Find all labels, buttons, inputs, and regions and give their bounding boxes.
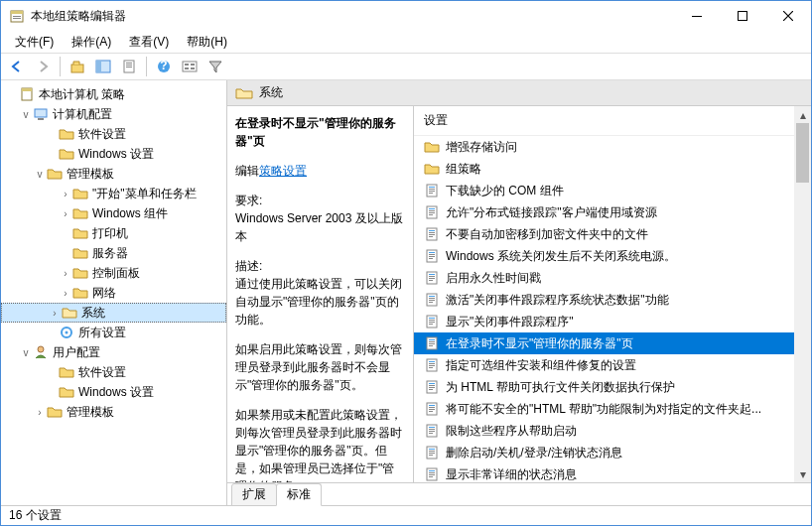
forward-button[interactable] — [31, 55, 55, 78]
close-button[interactable] — [765, 1, 811, 31]
list-row[interactable]: 显示非常详细的状态消息 — [414, 463, 811, 482]
tree-computer-config[interactable]: v 计算机配置 — [1, 104, 226, 124]
tree-expand-icon[interactable]: › — [48, 308, 62, 319]
edit-prefix: 编辑 — [235, 164, 259, 178]
list-item-label: 删除启动/关机/登录/注销状态消息 — [446, 445, 622, 461]
menu-help[interactable]: 帮助(H) — [179, 32, 235, 53]
tree-item[interactable]: 软件设置 — [1, 362, 226, 382]
tree-all-settings[interactable]: 所有设置 — [1, 323, 226, 342]
scroll-down-icon[interactable]: ▾ — [794, 465, 811, 482]
menu-action[interactable]: 操作(A) — [64, 32, 119, 53]
svg-rect-39 — [429, 232, 435, 233]
tree-pane[interactable]: 本地计算机 策略 v 计算机配置 软件设置 Windows 设置 v 管理模板 … — [1, 80, 227, 505]
tree-expand-icon[interactable]: › — [59, 288, 72, 299]
list-row[interactable]: 允许"分布式链接跟踪"客户端使用域资源 — [414, 201, 811, 223]
properties-button[interactable] — [117, 55, 141, 78]
list-row[interactable]: 启用永久性时间戳 — [414, 267, 811, 289]
options-button[interactable] — [178, 55, 202, 78]
tree-root[interactable]: 本地计算机 策略 — [1, 84, 226, 104]
menu-view[interactable]: 查看(V) — [121, 32, 177, 53]
setting-icon — [424, 292, 440, 308]
tree-collapse-icon[interactable]: v — [19, 347, 33, 358]
setting-icon — [424, 357, 440, 373]
edit-policy-link[interactable]: 策略设置 — [259, 164, 307, 178]
tab-standard[interactable]: 标准 — [276, 483, 322, 506]
tree-expand-icon[interactable]: › — [33, 407, 47, 418]
svg-rect-86 — [429, 433, 433, 434]
settings-list[interactable]: 增强存储访问组策略下载缺少的 COM 组件允许"分布式链接跟踪"客户端使用域资源… — [414, 136, 811, 482]
list-row[interactable]: 下载缺少的 COM 组件 — [414, 180, 811, 201]
tree-expand-icon[interactable]: › — [59, 189, 72, 199]
tree-item[interactable]: Windows 设置 — [1, 382, 226, 402]
minimize-button[interactable] — [674, 1, 720, 31]
tree-label: 软件设置 — [78, 364, 126, 381]
list-row[interactable]: 删除启动/关机/登录/注销状态消息 — [414, 442, 811, 463]
list-column-header[interactable]: 设置 — [414, 106, 811, 136]
list-row[interactable]: 激活"关闭事件跟踪程序系统状态数据"功能 — [414, 289, 811, 311]
svg-rect-89 — [429, 451, 435, 452]
toolbar-separator — [146, 57, 147, 76]
list-row[interactable]: 不要自动加密移到加密文件夹中的文件 — [414, 223, 811, 245]
svg-rect-3 — [13, 18, 21, 19]
folder-icon — [424, 139, 440, 155]
tree-item[interactable]: ›Windows 组件 — [1, 203, 226, 223]
tree-item[interactable]: › 管理模板 — [1, 402, 226, 422]
help-button[interactable]: ? — [152, 55, 176, 78]
tree-item[interactable]: ›网络 — [1, 283, 226, 303]
folder-icon — [72, 205, 88, 221]
tree-admin-templates[interactable]: v 管理模板 — [1, 164, 226, 184]
tree-item[interactable]: 打印机 — [1, 223, 226, 243]
folder-open-icon — [62, 305, 77, 321]
tree-collapse-icon[interactable]: v — [19, 109, 33, 120]
scroll-up-icon[interactable]: ▴ — [794, 106, 811, 123]
tree-label: 服务器 — [92, 245, 128, 262]
folder-icon — [59, 384, 74, 400]
tree-label: 所有设置 — [78, 325, 126, 341]
tree-expand-icon[interactable]: › — [59, 208, 72, 219]
up-button[interactable] — [66, 55, 89, 78]
maximize-button[interactable] — [720, 1, 765, 31]
scroll-thumb[interactable] — [796, 123, 809, 183]
svg-rect-10 — [126, 63, 132, 64]
svg-rect-45 — [429, 256, 435, 257]
list-row[interactable]: 限制这些程序从帮助启动 — [414, 420, 811, 442]
tree-user-config[interactable]: v 用户配置 — [1, 342, 226, 362]
tree-item[interactable]: Windows 设置 — [1, 144, 226, 164]
content-header-title: 系统 — [259, 84, 283, 101]
svg-rect-74 — [429, 385, 435, 386]
tree-item[interactable]: 服务器 — [1, 243, 226, 263]
menu-file[interactable]: 文件(F) — [7, 32, 62, 53]
tree-collapse-icon[interactable]: v — [33, 169, 47, 180]
svg-rect-85 — [429, 431, 435, 432]
tree-item[interactable]: ›控制面板 — [1, 263, 226, 283]
tree-expand-icon[interactable]: › — [59, 268, 72, 279]
list-row[interactable]: 在登录时不显示"管理你的服务器"页 — [414, 332, 811, 354]
svg-rect-46 — [429, 258, 433, 259]
svg-rect-41 — [429, 236, 433, 237]
svg-rect-73 — [429, 383, 435, 384]
list-item-label: Windows 系统关闭发生后不关闭系统电源。 — [446, 248, 676, 265]
scroll-track[interactable] — [794, 123, 811, 465]
folder-icon — [59, 126, 74, 142]
list-row[interactable]: 指定可选组件安装和组件修复的设置 — [414, 354, 811, 376]
svg-rect-49 — [429, 276, 435, 277]
filter-button[interactable] — [203, 55, 227, 78]
tree-item[interactable]: ›"开始"菜单和任务栏 — [1, 184, 226, 203]
show-hide-tree-button[interactable] — [91, 55, 115, 78]
policy-icon — [19, 86, 35, 102]
list-row[interactable]: Windows 系统关闭发生后不关闭系统电源。 — [414, 245, 811, 267]
tree-item[interactable]: 软件设置 — [1, 124, 226, 144]
list-row[interactable]: 为 HTML 帮助可执行文件关闭数据执行保护 — [414, 376, 811, 398]
list-row[interactable]: 将可能不安全的"HTML 帮助"功能限制为对指定的文件夹起... — [414, 398, 811, 420]
back-button[interactable] — [5, 55, 29, 78]
svg-rect-11 — [126, 65, 132, 66]
tree-system[interactable]: › 系统 — [1, 303, 226, 323]
vertical-scrollbar[interactable]: ▴ ▾ — [794, 106, 811, 482]
list-row[interactable]: 增强存储访问 — [414, 136, 811, 158]
list-row[interactable]: 组策略 — [414, 158, 811, 180]
list-row[interactable]: 显示"关闭事件跟踪程序" — [414, 311, 811, 332]
svg-point-26 — [38, 346, 44, 352]
svg-rect-59 — [429, 320, 435, 321]
tab-extended[interactable]: 扩展 — [231, 483, 277, 506]
svg-rect-2 — [13, 16, 21, 17]
